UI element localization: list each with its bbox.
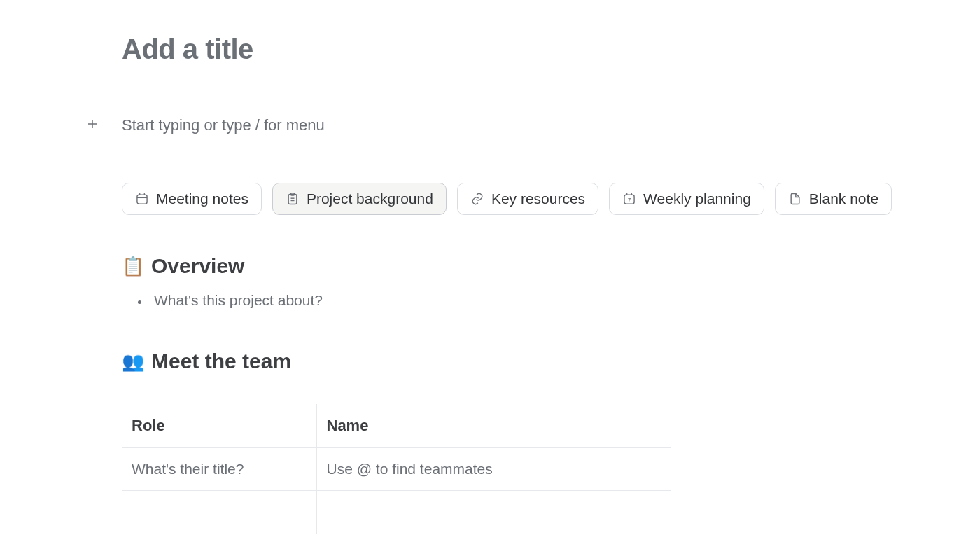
role-cell[interactable]: What's their title? — [122, 448, 316, 491]
team-table: Role Name What's their title? Use @ to f… — [122, 404, 671, 534]
template-blank-note[interactable]: Blank note — [775, 183, 892, 215]
heading-text: Meet the team — [151, 349, 291, 373]
add-block-button[interactable] — [83, 116, 102, 135]
template-label: Key resources — [491, 190, 585, 207]
overview-heading: 📋 Overview — [122, 254, 858, 278]
column-header-name: Name — [316, 404, 671, 448]
template-label: Blank note — [809, 190, 878, 207]
document-editor: Meeting notes Project background Key res… — [0, 0, 980, 534]
table-row[interactable] — [122, 491, 671, 534]
title-input[interactable] — [122, 34, 858, 65]
template-suggestions: Meeting notes Project background Key res… — [122, 183, 858, 215]
body-input[interactable] — [122, 116, 858, 134]
name-cell[interactable]: Use @ to find teammates — [316, 448, 671, 491]
svg-text:7: 7 — [628, 197, 631, 203]
calendar-7-icon: 7 — [622, 192, 636, 206]
template-meeting-notes[interactable]: Meeting notes — [122, 183, 262, 215]
people-emoji-icon: 👥 — [122, 352, 144, 370]
heading-text: Overview — [151, 254, 244, 278]
overview-bullets[interactable]: What's this project about? — [150, 292, 858, 309]
plus-icon — [86, 118, 99, 133]
file-icon — [788, 192, 802, 206]
name-cell[interactable] — [316, 491, 671, 534]
team-heading: 👥 Meet the team — [122, 349, 858, 373]
column-header-role: Role — [122, 404, 316, 448]
template-project-background[interactable]: Project background — [272, 183, 447, 215]
template-key-resources[interactable]: Key resources — [457, 183, 598, 215]
clipboard-icon — [286, 192, 300, 206]
table-row[interactable]: What's their title? Use @ to find teamma… — [122, 448, 671, 491]
list-item[interactable]: What's this project about? — [150, 292, 858, 309]
template-weekly-planning[interactable]: 7 Weekly planning — [609, 183, 764, 215]
role-cell[interactable] — [122, 491, 316, 534]
template-label: Project background — [307, 190, 433, 207]
calendar-icon — [135, 192, 149, 206]
template-label: Meeting notes — [156, 190, 248, 207]
clipboard-emoji-icon: 📋 — [122, 257, 144, 275]
link-icon — [470, 192, 484, 206]
template-label: Weekly planning — [643, 190, 751, 207]
svg-rect-2 — [137, 195, 147, 204]
